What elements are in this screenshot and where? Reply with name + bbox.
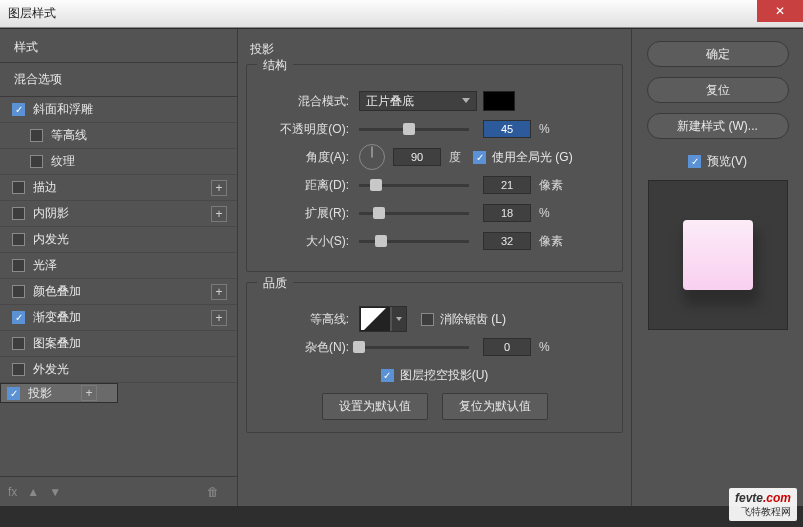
distance-slider[interactable] xyxy=(359,184,469,187)
angle-label: 角度(A): xyxy=(257,149,349,166)
angle-hand xyxy=(372,147,373,158)
noise-slider[interactable] xyxy=(359,346,469,349)
effect-checkbox[interactable] xyxy=(30,155,43,168)
trash-icon[interactable]: 🗑 xyxy=(207,485,219,499)
slider-thumb[interactable] xyxy=(353,341,365,353)
add-effect-icon[interactable]: + xyxy=(211,284,227,300)
effect-label: 颜色叠加 xyxy=(33,283,81,300)
effect-label: 内阴影 xyxy=(33,205,69,222)
effect-checkbox[interactable] xyxy=(12,337,25,350)
opacity-slider[interactable] xyxy=(359,128,469,131)
contour-thumb xyxy=(360,307,390,331)
angle-degree: 度 xyxy=(449,149,461,166)
effect-checkbox[interactable] xyxy=(12,285,25,298)
effect-checkbox[interactable] xyxy=(30,129,43,142)
add-effect-icon[interactable]: + xyxy=(211,206,227,222)
slider-thumb[interactable] xyxy=(375,235,387,247)
effect-checkbox[interactable]: ✓ xyxy=(7,387,20,400)
structure-legend: 结构 xyxy=(257,57,293,74)
effect-label: 纹理 xyxy=(51,153,75,170)
blend-mode-label: 混合模式: xyxy=(257,93,349,110)
effect-label: 外发光 xyxy=(33,361,69,378)
preview-square xyxy=(683,220,753,290)
angle-dial[interactable] xyxy=(359,144,385,170)
antialias-checkbox[interactable] xyxy=(421,313,434,326)
effect-checkbox[interactable] xyxy=(12,181,25,194)
effect-item-0[interactable]: ✓斜面和浮雕 xyxy=(0,97,237,123)
contour-picker[interactable] xyxy=(359,306,407,332)
effect-checkbox[interactable] xyxy=(12,207,25,220)
preview-label: 预览(V) xyxy=(707,153,747,170)
effect-item-4[interactable]: 内阴影+ xyxy=(0,201,237,227)
contour-row: 等高线: 消除锯齿 (L) xyxy=(257,309,612,329)
distance-row: 距离(D): 21 像素 xyxy=(257,175,612,195)
sidebar-footer: fx ▲ ▼ 🗑 xyxy=(0,476,237,506)
blend-mode-select[interactable]: 正片叠底 xyxy=(359,91,477,111)
cancel-button[interactable]: 复位 xyxy=(647,77,789,103)
knockout-label: 图层挖空投影(U) xyxy=(400,367,489,384)
effect-item-8[interactable]: ✓渐变叠加+ xyxy=(0,305,237,331)
knockout-row: ✓ 图层挖空投影(U) xyxy=(257,365,612,385)
effect-item-11[interactable]: ✓投影+ xyxy=(0,383,118,403)
effect-item-10[interactable]: 外发光 xyxy=(0,357,237,383)
effect-checkbox[interactable]: ✓ xyxy=(12,311,25,324)
preview-toggle-row: ✓ 预览(V) xyxy=(688,153,747,170)
up-icon[interactable]: ▲ xyxy=(27,485,39,499)
add-effect-icon[interactable]: + xyxy=(211,180,227,196)
close-button[interactable]: ✕ xyxy=(757,0,803,22)
effects-list: ✓斜面和浮雕等高线纹理描边+内阴影+内发光光泽颜色叠加+✓渐变叠加+图案叠加外发… xyxy=(0,97,237,476)
effect-item-1[interactable]: 等高线 xyxy=(0,123,237,149)
effect-checkbox[interactable]: ✓ xyxy=(12,103,25,116)
knockout-checkbox[interactable]: ✓ xyxy=(381,369,394,382)
add-effect-icon[interactable]: + xyxy=(81,385,97,401)
distance-unit: 像素 xyxy=(539,177,563,194)
effect-checkbox[interactable] xyxy=(12,363,25,376)
shadow-color-swatch[interactable] xyxy=(483,91,515,111)
preview-box xyxy=(648,180,788,330)
slider-thumb[interactable] xyxy=(403,123,415,135)
watermark: fevte.com 飞特教程网 xyxy=(729,488,797,521)
sidebar: 样式 混合选项 ✓斜面和浮雕等高线纹理描边+内阴影+内发光光泽颜色叠加+✓渐变叠… xyxy=(0,29,238,506)
effect-item-5[interactable]: 内发光 xyxy=(0,227,237,253)
size-slider[interactable] xyxy=(359,240,469,243)
noise-input[interactable]: 0 xyxy=(483,338,531,356)
effect-item-3[interactable]: 描边+ xyxy=(0,175,237,201)
slider-thumb[interactable] xyxy=(370,179,382,191)
add-effect-icon[interactable]: + xyxy=(211,310,227,326)
noise-unit: % xyxy=(539,340,550,354)
slider-thumb[interactable] xyxy=(373,207,385,219)
spread-label: 扩展(R): xyxy=(257,205,349,222)
fx-icon[interactable]: fx xyxy=(8,485,17,499)
window-title: 图层样式 xyxy=(8,5,56,22)
sidebar-blending-options[interactable]: 混合选项 xyxy=(0,63,237,97)
size-row: 大小(S): 32 像素 xyxy=(257,231,612,251)
distance-label: 距离(D): xyxy=(257,177,349,194)
effect-item-6[interactable]: 光泽 xyxy=(0,253,237,279)
spread-row: 扩展(R): 18 % xyxy=(257,203,612,223)
global-light-label: 使用全局光 (G) xyxy=(492,149,573,166)
main: 样式 混合选项 ✓斜面和浮雕等高线纹理描边+内阴影+内发光光泽颜色叠加+✓渐变叠… xyxy=(0,28,803,506)
effect-label: 描边 xyxy=(33,179,57,196)
contour-label: 等高线: xyxy=(257,311,349,328)
effect-item-7[interactable]: 颜色叠加+ xyxy=(0,279,237,305)
preview-checkbox[interactable]: ✓ xyxy=(688,155,701,168)
make-default-button[interactable]: 设置为默认值 xyxy=(322,393,428,420)
opacity-input[interactable]: 45 xyxy=(483,120,531,138)
effect-checkbox[interactable] xyxy=(12,233,25,246)
new-style-button[interactable]: 新建样式 (W)... xyxy=(647,113,789,139)
effect-item-2[interactable]: 纹理 xyxy=(0,149,237,175)
distance-input[interactable]: 21 xyxy=(483,176,531,194)
quality-legend: 品质 xyxy=(257,275,293,292)
spread-input[interactable]: 18 xyxy=(483,204,531,222)
global-light-checkbox[interactable]: ✓ xyxy=(473,151,486,164)
effect-label: 渐变叠加 xyxy=(33,309,81,326)
default-buttons: 设置为默认值 复位为默认值 xyxy=(257,393,612,420)
down-icon[interactable]: ▼ xyxy=(49,485,61,499)
angle-input[interactable]: 90 xyxy=(393,148,441,166)
ok-button[interactable]: 确定 xyxy=(647,41,789,67)
reset-default-button[interactable]: 复位为默认值 xyxy=(442,393,548,420)
effect-checkbox[interactable] xyxy=(12,259,25,272)
effect-item-9[interactable]: 图案叠加 xyxy=(0,331,237,357)
spread-slider[interactable] xyxy=(359,212,469,215)
size-input[interactable]: 32 xyxy=(483,232,531,250)
